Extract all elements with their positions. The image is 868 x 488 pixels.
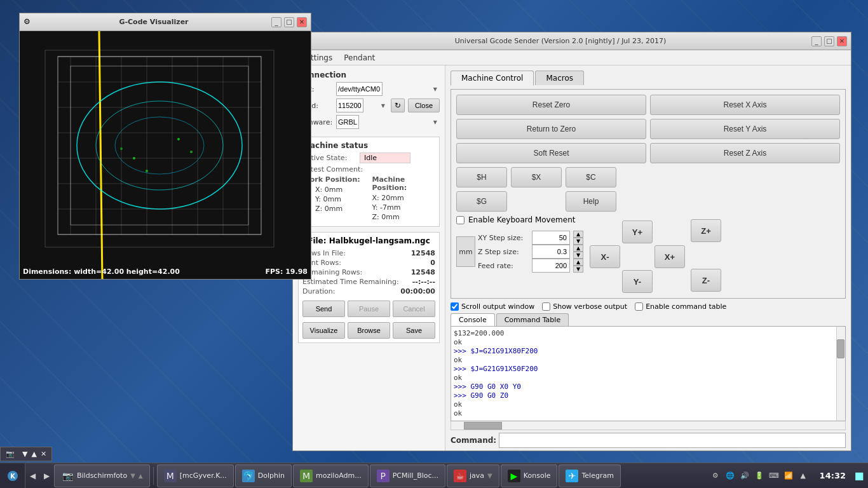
gcode-close-btn[interactable]: ✕: [297, 17, 307, 27]
tray-volume[interactable]: 🔊: [739, 470, 750, 482]
ugs-titlebar[interactable]: ⚙ Universal Gcode Sender (Version 2.0 [n…: [293, 32, 851, 50]
taskbar-pcmill[interactable]: P PCMill_Bloc...: [370, 464, 445, 487]
port-select[interactable]: /dev/ttyACM0: [336, 82, 383, 96]
taskbar-java[interactable]: ☕ java ▼: [447, 464, 499, 487]
rows-in-file-value: 12548: [411, 249, 435, 257]
h-btn[interactable]: $H: [456, 167, 507, 187]
cancel-btn[interactable]: Cancel: [393, 301, 435, 317]
taskbar-nav-right[interactable]: ▶: [39, 464, 53, 487]
z-jog: Z+ Z-: [691, 219, 721, 292]
enable-kb-checkbox[interactable]: [456, 216, 465, 224]
z-step-row: Z Step size: ▲ ▼: [478, 245, 583, 259]
x-plus-btn[interactable]: X+: [654, 245, 685, 268]
z-step-down[interactable]: ▼: [573, 252, 583, 259]
y-minus-btn[interactable]: Y-: [622, 270, 653, 293]
screenshot-close[interactable]: ✕: [41, 450, 46, 458]
taskbar-mcgyver[interactable]: M [mcGyver.K...: [157, 464, 234, 487]
close-conn-btn[interactable]: Close: [408, 98, 440, 112]
firmware-select[interactable]: GRBL: [336, 115, 359, 129]
z-step-up[interactable]: ▲: [573, 245, 583, 252]
taskbar-dolphin[interactable]: 🐬 Dolphin: [235, 464, 292, 487]
refresh-btn[interactable]: ↻: [391, 98, 405, 112]
tab-macros[interactable]: Macros: [535, 71, 584, 85]
tray-network[interactable]: 🌐: [724, 470, 736, 482]
tray-battery[interactable]: 🔋: [754, 470, 765, 482]
feed-rate-input[interactable]: [532, 259, 570, 273]
tray-up-arrow[interactable]: ▲: [797, 470, 809, 482]
ugs-minimize-btn[interactable]: _: [811, 36, 822, 46]
console-scrollthumb[interactable]: [837, 339, 844, 358]
ugs-maximize-btn[interactable]: □: [824, 36, 834, 46]
z-minus-btn[interactable]: Z-: [691, 269, 721, 292]
reset-z-axis-btn[interactable]: Reset Z Axis: [650, 143, 840, 163]
tray-settings[interactable]: ⚙: [710, 470, 721, 482]
taskbar-telegram[interactable]: ✈ Telegram: [559, 464, 620, 487]
xy-step-up[interactable]: ▲: [573, 231, 583, 238]
reset-x-axis-btn[interactable]: Reset X Axis: [650, 95, 840, 115]
return-to-zero-btn[interactable]: Return to Zero: [456, 119, 646, 139]
browse-btn[interactable]: Browse: [348, 322, 390, 339]
taskbar-nav-left[interactable]: ◀: [25, 464, 39, 487]
tab-command-table[interactable]: Command Table: [496, 313, 569, 326]
feed-rate-up[interactable]: ▲: [573, 259, 583, 266]
step-settings: mm XY Step size: ▲ ▼: [456, 231, 583, 273]
menu-pendant[interactable]: Pendant: [339, 52, 380, 64]
baud-select[interactable]: 115200: [336, 98, 363, 112]
enable-command-table-checkbox[interactable]: [635, 302, 643, 311]
y-plus-btn[interactable]: Y+: [622, 220, 653, 243]
taskbar-start-btn[interactable]: K: [0, 463, 25, 489]
show-verbose-label[interactable]: Show verbose output: [542, 302, 627, 311]
console-hscroll-thumb[interactable]: [464, 422, 502, 430]
desktop: ⚙ G-Code Visualizer _ □ ✕: [0, 0, 868, 488]
z-plus-btn[interactable]: Z+: [691, 219, 721, 242]
mozilo-label: moziloAdm...: [316, 471, 362, 480]
z-step-label: Z Step size:: [478, 248, 529, 256]
g-btn[interactable]: $G: [456, 191, 507, 212]
help-btn[interactable]: Help: [566, 191, 616, 212]
taskbar-konsole[interactable]: ▶ Konsole: [501, 464, 558, 487]
reset-y-axis-btn[interactable]: Reset Y Axis: [650, 119, 840, 139]
tray-bluetooth[interactable]: 📶: [783, 470, 794, 482]
screenshot-tb-arrows2: ▲: [139, 473, 143, 479]
tab-machine-control[interactable]: Machine Control: [451, 71, 534, 86]
enable-command-table-label[interactable]: Enable command table: [635, 302, 726, 311]
soft-reset-btn[interactable]: Soft Reset: [456, 143, 646, 163]
c-btn[interactable]: $C: [566, 167, 616, 187]
command-input[interactable]: [499, 433, 846, 448]
x-minus-btn[interactable]: X-: [590, 245, 620, 268]
tab-console[interactable]: Console: [451, 313, 495, 326]
tray-calendar[interactable]: ■: [853, 470, 865, 482]
show-verbose-checkbox[interactable]: [542, 302, 550, 311]
visualize-btn[interactable]: Visualize: [302, 322, 345, 339]
jog-controls: Y+ X- X+ Y-: [590, 215, 721, 293]
scroll-output-checkbox[interactable]: [451, 302, 459, 311]
gcode-maximize-btn[interactable]: □: [284, 17, 294, 27]
keyboard-jog-section: Enable Keyboard Movement mm XY Step size…: [456, 215, 840, 293]
z-step-input[interactable]: [532, 245, 570, 259]
system-tray: ⚙ 🌐 🔊 🔋 ⌨ 📶 ▲: [707, 470, 812, 482]
xy-step-input[interactable]: [532, 231, 570, 245]
x-btn[interactable]: $X: [511, 167, 562, 187]
xy-step-down[interactable]: ▼: [573, 238, 583, 245]
firmware-row: Firmware: GRBL: [298, 115, 440, 129]
console-scrollbar[interactable]: [836, 327, 845, 421]
gcode-minimize-btn[interactable]: _: [271, 17, 281, 27]
pause-btn[interactable]: Pause: [348, 301, 390, 317]
right-panel: Machine Control Macros Reset Zero Reset …: [445, 65, 851, 451]
taskbar-clock[interactable]: 14:32: [815, 471, 851, 480]
console-hscroll[interactable]: [451, 421, 846, 430]
kb-settings: Enable Keyboard Movement mm XY Step size…: [456, 215, 583, 293]
tray-keyboard[interactable]: ⌨: [768, 470, 780, 482]
gcode-visualizer-titlebar[interactable]: ⚙ G-Code Visualizer _ □ ✕: [20, 13, 311, 31]
file-title: File: Halbkugel-langsam.ngc: [302, 236, 435, 245]
console-line: >>> G90 G0 Z0: [454, 391, 832, 400]
reset-zero-btn[interactable]: Reset Zero: [456, 95, 646, 115]
console-section: Scroll output window Show verbose output…: [451, 302, 846, 448]
taskbar-mozilo[interactable]: M moziloAdm...: [293, 464, 369, 487]
scroll-output-label[interactable]: Scroll output window: [451, 302, 534, 311]
ugs-close-btn[interactable]: ✕: [837, 36, 847, 46]
send-btn[interactable]: Send: [302, 301, 345, 317]
save-btn[interactable]: Save: [393, 322, 435, 339]
taskbar-screenshot[interactable]: 📷 Bildschirmfoto ▼ ▲: [54, 464, 150, 487]
feed-rate-down[interactable]: ▼: [573, 266, 583, 273]
